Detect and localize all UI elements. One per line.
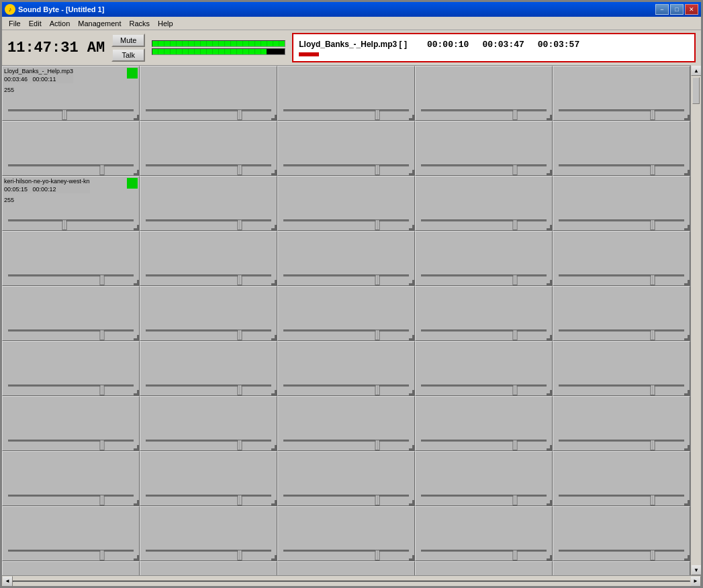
sound-pad-7[interactable]: [277, 121, 415, 176]
pad-slider-39[interactable]: [559, 491, 684, 501]
menu-help[interactable]: Help: [154, 18, 177, 29]
restore-button[interactable]: □: [670, 4, 684, 15]
menu-edit[interactable]: Edit: [25, 18, 46, 29]
slider-handle-7[interactable]: [375, 164, 380, 175]
menu-file[interactable]: File: [5, 18, 25, 29]
slider-handle-43[interactable]: [513, 550, 518, 560]
sound-pad-23[interactable]: [415, 286, 553, 341]
sound-pad-1[interactable]: [140, 66, 277, 121]
pad-slider-27[interactable]: [283, 381, 409, 391]
talk-button[interactable]: Talk: [111, 48, 145, 62]
pad-slider-34[interactable]: [559, 436, 684, 446]
pad-slider-10[interactable]: [8, 215, 134, 226]
pad-slider-41[interactable]: [146, 546, 271, 556]
sound-pad-37[interactable]: [277, 451, 415, 506]
sound-pad-8[interactable]: [415, 121, 553, 176]
slider-handle-12[interactable]: [375, 219, 380, 230]
sound-pad-27[interactable]: [277, 341, 415, 396]
pad-slider-12[interactable]: [283, 215, 409, 226]
slider-handle-39[interactable]: [651, 495, 655, 505]
slider-handle-44[interactable]: [651, 550, 655, 560]
pad-slider-16[interactable]: [146, 271, 271, 281]
menu-action[interactable]: Action: [46, 18, 75, 29]
pad-slider-38[interactable]: [421, 491, 547, 501]
slider-handle-16[interactable]: [238, 275, 242, 285]
pad-slider-4[interactable]: [559, 105, 684, 116]
pad-slider-40[interactable]: [8, 546, 134, 556]
sound-pad-47[interactable]: [277, 561, 415, 575]
sound-pad-32[interactable]: [277, 396, 415, 451]
slider-handle-5[interactable]: [100, 164, 105, 175]
pad-slider-22[interactable]: [283, 326, 409, 336]
sound-pad-18[interactable]: [415, 231, 553, 286]
pad-slider-21[interactable]: [146, 326, 271, 336]
slider-handle-11[interactable]: [238, 219, 242, 230]
sound-pad-33[interactable]: [415, 396, 553, 451]
menu-racks[interactable]: Racks: [126, 18, 154, 29]
pad-slider-18[interactable]: [421, 271, 547, 281]
pad-slider-32[interactable]: [283, 436, 409, 446]
slider-handle-28[interactable]: [513, 385, 518, 395]
pad-slider-8[interactable]: [421, 160, 547, 171]
sound-pad-31[interactable]: [140, 396, 277, 451]
pad-slider-19[interactable]: [559, 271, 684, 281]
slider-handle-41[interactable]: [238, 550, 242, 560]
sound-pad-4[interactable]: [553, 66, 690, 121]
sound-pad-28[interactable]: [415, 341, 553, 396]
sound-pad-36[interactable]: [140, 451, 277, 506]
sound-pad-49[interactable]: [553, 561, 690, 575]
pad-slider-23[interactable]: [421, 326, 547, 336]
scroll-thumb[interactable]: [692, 77, 700, 104]
sound-pad-2[interactable]: [277, 66, 415, 121]
sound-pad-22[interactable]: [277, 286, 415, 341]
sound-pad-48[interactable]: [415, 561, 553, 575]
pad-slider-42[interactable]: [283, 546, 409, 556]
sound-pad-26[interactable]: [140, 341, 277, 396]
slider-handle-3[interactable]: [513, 109, 518, 120]
slider-handle-38[interactable]: [513, 495, 518, 505]
sound-pad-9[interactable]: [553, 121, 690, 176]
pad-slider-1[interactable]: [146, 105, 271, 116]
slider-handle-24[interactable]: [651, 330, 655, 340]
sound-pad-30[interactable]: [2, 396, 140, 451]
sound-pad-17[interactable]: [277, 231, 415, 286]
slider-handle-6[interactable]: [238, 164, 242, 175]
slider-handle-30[interactable]: [100, 440, 105, 450]
slider-handle-0[interactable]: [62, 109, 67, 120]
sound-pad-38[interactable]: [415, 451, 553, 506]
slider-handle-1[interactable]: [238, 109, 242, 120]
scroll-up-button[interactable]: ▲: [691, 65, 701, 76]
sound-pad-6[interactable]: [140, 121, 277, 176]
pad-slider-31[interactable]: [146, 436, 271, 446]
sound-pad-5[interactable]: [2, 121, 140, 176]
pad-slider-3[interactable]: [421, 105, 547, 116]
pad-slider-6[interactable]: [146, 160, 271, 171]
slider-handle-19[interactable]: [651, 275, 655, 285]
slider-handle-42[interactable]: [375, 550, 380, 560]
slider-handle-21[interactable]: [238, 330, 242, 340]
menu-management[interactable]: Management: [74, 18, 125, 29]
sound-pad-34[interactable]: [553, 396, 690, 451]
pad-slider-25[interactable]: [8, 381, 134, 391]
sound-pad-44[interactable]: [553, 506, 690, 561]
sound-pad-19[interactable]: [553, 231, 690, 286]
sound-pad-21[interactable]: [140, 286, 277, 341]
slider-handle-15[interactable]: [100, 275, 105, 285]
slider-handle-18[interactable]: [513, 275, 518, 285]
pad-slider-2[interactable]: [283, 105, 409, 116]
pad-slider-15[interactable]: [8, 271, 134, 281]
sound-pad-24[interactable]: [553, 286, 690, 341]
sound-pad-15[interactable]: [2, 231, 140, 286]
slider-handle-8[interactable]: [513, 164, 518, 175]
slider-handle-35[interactable]: [100, 495, 105, 505]
sound-pad-10[interactable]: keri-hilson-ne-yo-kaney-west-kn00:05:15 …: [2, 176, 140, 231]
slider-handle-4[interactable]: [651, 109, 655, 120]
pad-slider-24[interactable]: [559, 326, 684, 336]
sound-pad-20[interactable]: [2, 286, 140, 341]
minimize-button[interactable]: −: [655, 4, 669, 15]
slider-handle-27[interactable]: [375, 385, 380, 395]
slider-handle-36[interactable]: [238, 495, 242, 505]
sound-pad-3[interactable]: [415, 66, 553, 121]
slider-handle-17[interactable]: [375, 275, 380, 285]
sound-pad-39[interactable]: [553, 451, 690, 506]
